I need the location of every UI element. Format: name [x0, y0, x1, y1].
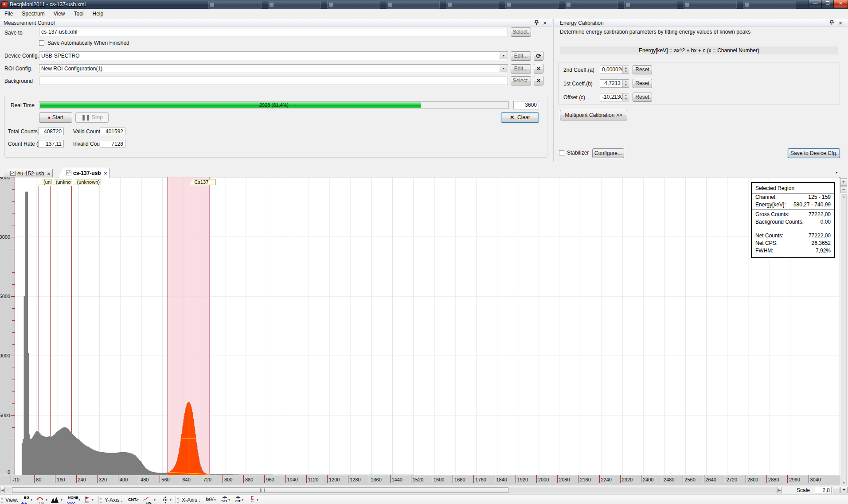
roi-config-edit-button[interactable]: Edit... [511, 64, 531, 74]
scale-value[interactable]: 2,8 [815, 487, 832, 493]
roi-tag-unknown[interactable]: (unknown) [72, 179, 101, 185]
tab-list-dropdown-icon[interactable]: ▼ [835, 171, 838, 174]
chevron-down-icon[interactable]: ▼ [228, 499, 231, 501]
chevron-down-icon[interactable]: ▼ [500, 65, 507, 72]
menu-item-file[interactable]: File [0, 9, 17, 19]
chevron-down-icon[interactable]: ▼ [214, 499, 216, 501]
chevron-down-icon[interactable]: ▼ [45, 499, 48, 501]
view-background-button[interactable]: BG▼ [20, 496, 33, 504]
counter-label: Valid Counts [73, 128, 103, 135]
chevron-down-icon[interactable]: ▼ [60, 499, 63, 501]
y-axis-unit-button[interactable]: CNT.▼ [126, 496, 139, 504]
tab-close-icon[interactable]: ✕ [104, 171, 107, 176]
x-axis-unit-button[interactable]: keV▼ [203, 496, 216, 504]
close-button[interactable]: ✕ [833, 0, 848, 8]
spectrum-tab-eu-152-usb[interactable]: eu-152-usb✕ [3, 169, 53, 178]
zoom-in-y-button[interactable]: + [840, 178, 847, 186]
menu-item-spectrum[interactable]: Spectrum [17, 9, 49, 19]
scroll-right-icon[interactable]: ▶ [777, 487, 782, 493]
multipoint-calibration-button[interactable]: Multipoint Calibration >> [560, 110, 627, 120]
chevron-down-icon[interactable]: ▼ [169, 499, 172, 501]
chevron-down-icon[interactable]: ▼ [91, 499, 94, 501]
background-select-button[interactable]: Select. [511, 76, 531, 85]
glass-reflection [208, 1, 262, 9]
x-axis-fit-button[interactable]: ◀▶FIT▼ [232, 496, 244, 504]
close-panel-icon[interactable]: ✕ [542, 20, 548, 26]
stop-button[interactable]: ❚❚ Stop [75, 112, 109, 123]
device-config-combobox[interactable]: USB-SPECTRO ▼ [39, 51, 508, 60]
save-to-input[interactable]: cs-137-usb.xml [39, 28, 508, 36]
roi-tag-cs137[interactable]: Cs137 [189, 179, 215, 185]
horizontal-scrollbar-thumb[interactable] [12, 487, 508, 493]
chevron-down-icon[interactable]: ▼ [137, 499, 139, 501]
spinner-control[interactable]: ▲▼ [622, 80, 629, 87]
vertical-scrollbar[interactable]: ▲ ▼ [841, 194, 847, 485]
reset-button[interactable]: Reset [633, 65, 652, 74]
start-button[interactable]: ● Start [39, 112, 72, 123]
scale-plus-button[interactable]: + [840, 487, 848, 493]
x-axis-energy-button[interactable]: E↔▼ [246, 496, 259, 504]
view-peaks-button[interactable]: ▼ [51, 496, 63, 504]
device-config-value: USB-SPECTRO [41, 53, 80, 59]
menu-item-view[interactable]: View [49, 9, 70, 19]
glass-reflection [743, 1, 796, 9]
x-axis-label: 1520 [413, 477, 423, 482]
chevron-down-icon[interactable]: ▼ [30, 499, 33, 501]
x-axis-label: 3040 [810, 477, 821, 482]
menu-item-help[interactable]: Help [88, 9, 108, 19]
chevron-down-icon[interactable]: ▼ [78, 499, 81, 501]
roi-config-combobox[interactable]: New ROI Configuration(1) ▼ [39, 64, 508, 73]
background-clear-icon[interactable]: ✕ [534, 76, 543, 85]
tab-close-icon[interactable]: ✕ [47, 171, 51, 176]
background-input[interactable] [39, 77, 508, 85]
spectrum-file-icon [66, 171, 71, 175]
real-time-total-input[interactable]: 3600 [513, 101, 539, 109]
reset-button[interactable]: Reset [633, 93, 652, 102]
app-icon [1, 1, 8, 8]
coefficient-label: Offset (c) [563, 94, 585, 101]
minimize-button[interactable]: — [809, 0, 822, 8]
spinner-control[interactable]: ▲▼ [622, 93, 629, 101]
spectrum-plot[interactable] [0, 177, 848, 475]
chevron-down-icon[interactable]: ▼ [256, 499, 259, 501]
device-config-edit-button[interactable]: Edit... [511, 51, 531, 61]
pin-icon[interactable] [828, 20, 835, 26]
device-refresh-icon[interactable]: ⟳ [534, 51, 543, 61]
roi-clear-icon[interactable]: ✕ [534, 64, 543, 74]
save-to-device-button[interactable]: Save to Device Cfg. [788, 148, 840, 158]
view-marker-button[interactable]: ▼ [83, 496, 94, 504]
stabilizer-label[interactable]: Stabilizer [567, 150, 589, 156]
auto-save-checkbox[interactable] [39, 40, 44, 46]
reset-button[interactable]: Reset [633, 79, 652, 88]
real-time-label: Real Time [11, 102, 35, 109]
view-roi-mode-button[interactable]: NONE▼ [66, 496, 81, 504]
chevron-down-icon[interactable]: ▼ [153, 499, 156, 501]
auto-save-label[interactable]: Save Automatically When Finished [47, 40, 129, 46]
spectrum-tab-cs-137-usb[interactable]: cs-137-usb✕ [59, 168, 109, 178]
y-axis-label: 10000 [0, 353, 10, 358]
x-axis-select-button[interactable]: ◀▶SEL▼ [219, 496, 231, 504]
stabilizer-checkbox[interactable] [559, 150, 564, 155]
pin-icon[interactable] [533, 20, 539, 26]
region-row: Net Counts:77222,00 [752, 232, 834, 240]
view-smoothing-button[interactable]: HD▼ [35, 496, 48, 504]
x-axis-label: 2240 [601, 477, 612, 482]
scroll-up-icon[interactable]: ▲ [841, 195, 846, 198]
spinner-control[interactable]: ▲▼ [622, 66, 629, 74]
chevron-down-icon[interactable]: ▼ [500, 52, 507, 59]
maximize-button[interactable]: ❐ [821, 0, 834, 8]
x-axis-label: 640 [183, 477, 191, 482]
scale-minus-button[interactable]: − [833, 487, 840, 493]
zoom-out-y-button[interactable]: − [840, 186, 847, 193]
scroll-down-icon[interactable]: ▼ [841, 481, 846, 485]
close-panel-icon[interactable]: ✕ [837, 20, 844, 26]
x-axis-label: 1040 [287, 477, 298, 482]
save-to-select-button[interactable]: Select. [511, 27, 531, 37]
scroll-left-icon[interactable]: ◀ [0, 487, 5, 493]
menu-item-tool[interactable]: Tool [70, 9, 88, 19]
y-axis-scale-button[interactable]: LIN.▼ [142, 496, 156, 504]
clear-button[interactable]: ✕ Clear [501, 112, 539, 123]
configure-button[interactable]: Configure... [592, 148, 624, 158]
chevron-down-icon[interactable]: ▼ [241, 499, 244, 501]
y-axis-fit-button[interactable]: ▲FIT▼▼ [159, 496, 172, 504]
